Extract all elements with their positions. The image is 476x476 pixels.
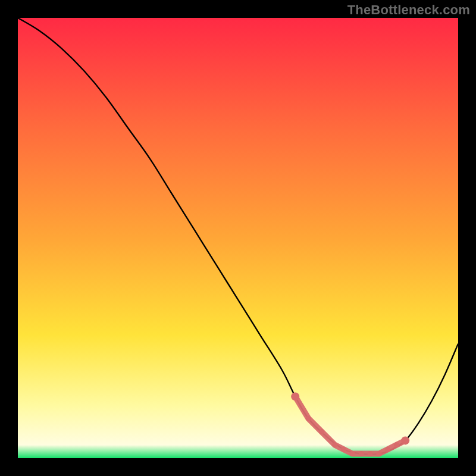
valley-dot <box>376 451 381 456</box>
valley-dot <box>403 438 408 443</box>
valley-dot <box>394 442 399 447</box>
valley-dot <box>341 447 346 452</box>
valley-dot <box>385 447 390 452</box>
valley-floor-markers <box>291 392 409 456</box>
valley-dot <box>368 451 373 456</box>
valley-dot <box>350 451 355 456</box>
plot-area <box>18 18 458 458</box>
valley-dot <box>332 442 337 447</box>
valley-dot <box>306 416 311 421</box>
curve-path <box>18 18 458 455</box>
valley-dot <box>319 429 324 434</box>
valley-dot <box>293 394 298 399</box>
valley-connector <box>295 396 405 453</box>
chart-frame: TheBottleneck.com <box>0 0 476 476</box>
valley-dot <box>359 451 364 456</box>
bottleneck-curve <box>18 18 458 458</box>
watermark-text: TheBottleneck.com <box>347 2 470 18</box>
